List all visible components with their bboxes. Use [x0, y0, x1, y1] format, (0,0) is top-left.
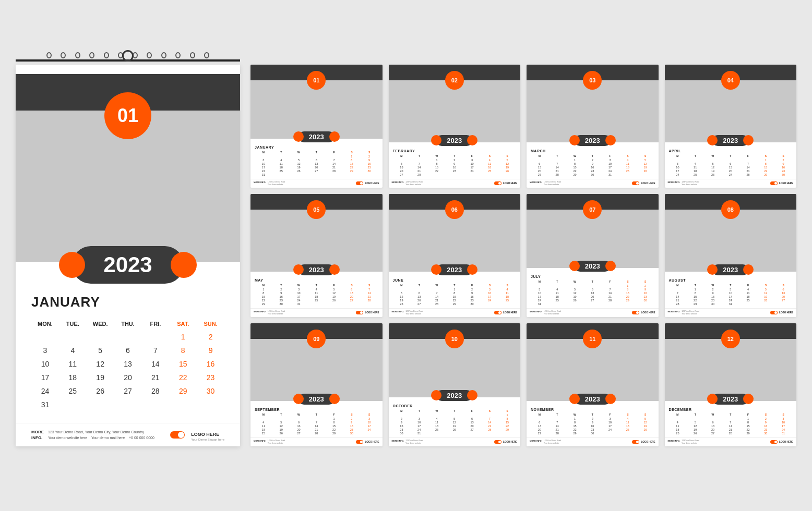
small-col-header: W [566, 280, 584, 283]
small-calendar-week: 2345678 [393, 417, 517, 420]
small-cal-header: MTWTFSS [669, 284, 793, 287]
small-cal-day: 19 [566, 295, 584, 298]
small-cal-day: 19 [637, 166, 654, 169]
small-col-header: T [410, 409, 428, 412]
small-calendar-card-05: 052023MAYMTWTFSS123456789101112131415161… [250, 194, 383, 317]
small-cal-day: 16 [774, 166, 792, 169]
spiral-binding [16, 55, 240, 66]
small-calendar-week: 11121314151617 [669, 424, 793, 428]
small-more-info-label: MORE INFO. [530, 440, 542, 445]
small-calendar-card-12: 122023DECEMBERMTWTFSS1234567891011121314… [665, 323, 797, 446]
small-calendar-week: 20212223242526 [531, 428, 654, 431]
small-cal-day: 29 [757, 173, 774, 176]
small-cal-day: 30 [757, 432, 774, 435]
small-cal-day: 30 [704, 302, 722, 306]
small-calendar-week: 24252627282930 [531, 299, 654, 302]
small-cal-day: 31 [774, 432, 792, 435]
small-logo-text: LOGO HERE [779, 441, 793, 443]
small-cal-day [619, 432, 637, 435]
logo-toggle [170, 431, 188, 439]
small-col-header: S [343, 284, 361, 287]
small-cal-day: 12 [757, 291, 774, 295]
small-cal-day: 22 [686, 299, 704, 302]
small-cal-day: 28 [428, 302, 446, 306]
cal-day: 18 [59, 372, 87, 383]
spiral-coil [190, 52, 195, 58]
small-calendar-week: 10111213141516 [531, 291, 654, 295]
small-year-pill: 2023 [298, 264, 335, 275]
small-cal-day: 25 [686, 173, 704, 176]
small-cal-day: 4 [481, 159, 498, 162]
toggle-knob [178, 432, 184, 438]
small-cal-day: 10 [410, 421, 428, 424]
small-cal-day: 5 [704, 162, 722, 165]
small-calendar-week: 24252627282930 [255, 169, 378, 173]
small-calendar-week: 12 [531, 284, 654, 287]
small-cal-header: MTWTFSS [669, 413, 793, 416]
small-cal-day: 28 [481, 428, 498, 431]
small-toggle-knob [360, 441, 363, 443]
small-month-number: 03 [589, 77, 595, 83]
small-calendar-week: 1234567 [255, 288, 378, 291]
small-cal-day: 31 [290, 302, 308, 306]
spiral-coil [89, 52, 94, 58]
small-cal-day: 23 [637, 295, 654, 298]
small-cal-day: 12 [704, 166, 722, 169]
small-cal-day: 17 [774, 424, 792, 428]
large-calendar-card: 01 2023 JANUARY MON. TUE. WED. THU. FRI.… [16, 65, 240, 446]
small-cal-day: 7 [428, 291, 446, 295]
small-calendar-week: 78910111213 [669, 291, 793, 295]
small-photo-placeholder: 02 [389, 65, 521, 142]
small-cal-day: 17 [722, 295, 739, 298]
small-calendar-week: 10111213141516 [255, 162, 378, 165]
small-cal-day: 31 [722, 302, 739, 306]
small-cal-day: 19 [290, 166, 308, 169]
small-footer: MORE INFO. 123 Your Demo RoadYour demo w… [389, 179, 521, 188]
small-cal-day: 14 [739, 166, 757, 169]
footer-left: MOREINFO. 123 Your Demo Road, Your Demo … [31, 429, 154, 441]
small-cal-day: 21 [722, 428, 739, 431]
small-toggle [356, 311, 363, 314]
spiral-coil [75, 52, 80, 58]
small-cal-day: 22 [739, 428, 757, 431]
small-calendar-week: 24252627282930 [669, 173, 793, 176]
small-footer: MORE INFO. 123 Your Demo RoadYour demo w… [250, 437, 383, 447]
small-footer-left: MORE INFO. 123 Your Demo RoadYour demo w… [668, 310, 699, 316]
small-col-header: S [619, 154, 637, 157]
small-footer-left: MORE INFO. 123 Your Demo RoadYour demo w… [530, 440, 561, 445]
small-year-pill: 2023 [436, 135, 472, 146]
small-more-info-label: MORE INFO. [668, 310, 680, 316]
small-cal-day: 4 [669, 421, 687, 424]
small-cal-day: 14 [307, 424, 325, 428]
small-cal-day: 26 [290, 169, 308, 173]
small-year: 2023 [309, 395, 324, 403]
small-cal-day: 19 [446, 424, 463, 428]
small-col-header: T [307, 413, 325, 416]
small-cal-day: 14 [548, 166, 566, 169]
small-year: 2023 [447, 266, 462, 274]
small-month-badge: 06 [445, 200, 464, 219]
small-month-number: 08 [727, 206, 734, 213]
small-cal-day [739, 159, 757, 162]
small-cal-day: 17 [531, 295, 548, 298]
small-col-header: M [669, 154, 687, 157]
spiral-coil [161, 52, 166, 58]
small-cal-day: 26 [446, 428, 463, 431]
small-more-info-label: MORE INFO. [668, 181, 680, 187]
small-col-header: M [393, 154, 411, 157]
small-cal-day: 9 [583, 162, 601, 165]
small-logo: LOGO HERE [356, 440, 379, 444]
small-cal-day: 9 [637, 288, 654, 291]
small-cal-day: 11 [619, 421, 637, 424]
small-cal-day: 28 [307, 432, 325, 435]
small-cal-body: AUGUSTMTWTFSS123456789101112131415161718… [665, 275, 797, 308]
small-cal-day: 8 [739, 421, 757, 424]
small-cal-day: 19 [498, 166, 516, 169]
small-cal-day: 9 [583, 421, 601, 424]
small-col-header: F [739, 154, 757, 157]
small-cal-day: 15 [255, 295, 272, 298]
cal-day: 21 [141, 372, 169, 383]
small-cal-day: 17 [255, 166, 272, 169]
small-cal-day: 5 [393, 291, 411, 295]
small-cal-day [307, 417, 325, 420]
